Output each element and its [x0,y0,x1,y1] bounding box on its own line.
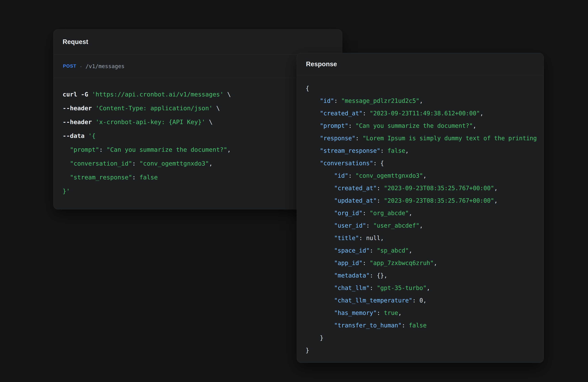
response-panel-title: Response [306,60,337,68]
code-line: "id": "conv_ogemttgnxdo3", [306,170,544,182]
code-line: } [306,332,544,344]
code-line: "has_memory": true, [306,307,544,319]
code-line: "created_at": "2023-09-23T11:49:38.612+0… [306,107,544,119]
code-line: "stream_response": false [63,171,333,184]
http-method-badge: POST [63,64,76,69]
endpoint-path: /v1/messages [85,63,125,69]
request-panel-title: Request [63,38,88,45]
code-line: "org_id": "org_abcde", [306,207,544,219]
response-panel-header: Response [297,53,544,75]
code-line: }' [63,184,333,198]
code-line: "prompt": "Can you summarize the documen… [63,143,333,157]
code-line: --data '{ [63,129,333,143]
code-line: "metadata": {}, [306,269,544,282]
code-line: --header 'Content-Type: application/json… [63,101,333,115]
code-line: "chat_llm_temperature": 0, [306,294,544,307]
code-line: "created_at": "2023-09-23T08:35:25.767+0… [306,182,544,194]
code-line: "conversation_id": "conv_ogemttgnxdo3", [63,157,333,171]
code-line: "id": "message_pdlzr21ud2c5", [306,95,544,107]
response-panel: Response { "id": "message_pdlzr21ud2c5",… [297,53,544,363]
code-line: "updated_at": "2023-09-23T08:35:25.767+0… [306,194,544,207]
code-line: "transfer_to_human": false [306,319,544,332]
code-line: { [306,82,544,95]
code-line: "space_id": "sp_abcd", [306,244,544,257]
code-line: curl -G 'https://api.cronbot.ai/v1/messa… [63,88,333,101]
request-panel-header: Request [54,30,342,55]
code-line: "user_id": "user_abcdef", [306,219,544,232]
endpoint-separator-dot: · [80,63,82,69]
code-line: } [306,344,544,357]
code-line: "title": null, [306,232,544,244]
code-line: "response": "Lorem Ipsum is simply dummy… [306,132,544,144]
code-line: "stream_response": false, [306,144,544,157]
code-line: "chat_llm": "gpt-35-turbo", [306,282,544,294]
code-line: "conversations": { [306,157,544,170]
code-line: "prompt": "Can you summarize the documen… [306,119,544,132]
response-code-block: { "id": "message_pdlzr21ud2c5", "created… [297,75,544,363]
code-line: "app_id": "app_7zxbwcq6zruh", [306,257,544,269]
code-line: --header 'x-cronbot-api-key: {API Key}' … [63,115,333,129]
